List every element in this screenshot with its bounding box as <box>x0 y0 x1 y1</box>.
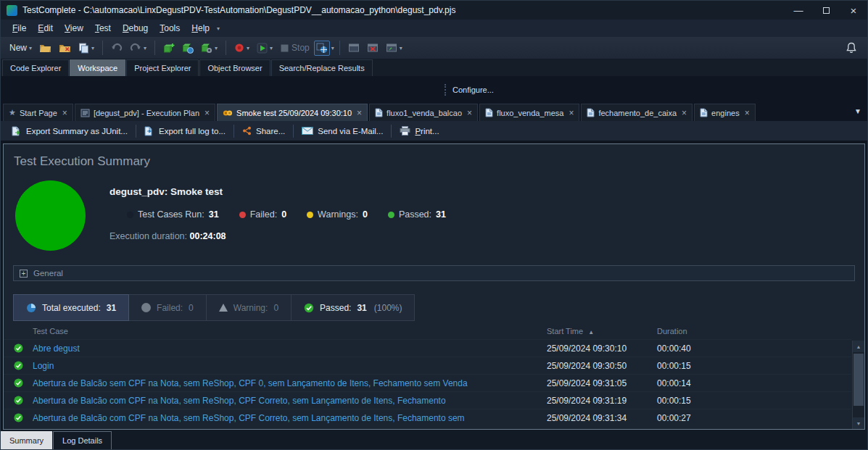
expand-icon[interactable]: + <box>20 270 28 278</box>
close-tab-icon[interactable]: × <box>682 108 687 118</box>
add-existing-item-icon[interactable] <box>179 41 197 56</box>
tab-start-page[interactable]: ★ Start Page × <box>3 104 73 121</box>
menu-file[interactable]: File <box>7 21 32 36</box>
export-full-log-button[interactable]: Export full log to... <box>138 126 232 136</box>
tab-summary[interactable]: Summary <box>1 431 52 449</box>
close-button[interactable]: × <box>840 1 867 20</box>
vertical-scrollbar[interactable]: ▲ ▼ <box>852 341 864 429</box>
menu-debug[interactable]: Debug <box>117 21 154 36</box>
table-row[interactable]: Abertura de Balcão sem CPF na Nota, sem … <box>4 374 851 391</box>
close-project-icon[interactable] <box>56 41 74 55</box>
toolbar-separator <box>391 125 392 138</box>
panel-tab-object-browser[interactable]: Object Browser <box>199 59 270 76</box>
warning-triangle-icon <box>219 304 228 312</box>
test-case-link[interactable]: Abertura de Balcão com CPF na Nota, sem … <box>33 396 547 406</box>
passed-check-icon <box>4 343 33 353</box>
star-icon: ★ <box>9 109 16 117</box>
undo-icon[interactable] <box>108 41 125 56</box>
notifications-bell-icon[interactable] <box>843 40 861 57</box>
toolbar-separator <box>293 125 294 138</box>
menu-view[interactable]: View <box>59 21 89 36</box>
redo-dropdown-icon: ▾ <box>144 45 146 51</box>
menu-tools[interactable]: Tools <box>154 21 186 36</box>
send-email-button[interactable]: Send via E-Mail... <box>295 127 389 136</box>
panel-tab-bar: Code Explorer Workspace Project Explorer… <box>1 59 867 76</box>
column-duration[interactable]: Duration <box>657 327 851 336</box>
test-case-link[interactable]: Abertura de Balcão sem CPF na Nota, sem … <box>33 378 547 388</box>
redo-icon[interactable]: ▾ <box>127 41 149 56</box>
tab-log-details[interactable]: Log Details <box>53 431 112 449</box>
print-button[interactable]: Print... <box>393 126 445 136</box>
warning-bullet-icon <box>307 212 313 218</box>
scroll-up-icon[interactable]: ▲ <box>853 341 864 352</box>
filter-tab-total[interactable]: Total executed: 31 <box>13 294 129 321</box>
panel-tab-search-replace-results[interactable]: Search/Replace Results <box>271 59 373 76</box>
close-tab-icon[interactable]: × <box>357 108 362 118</box>
save-icon[interactable]: ▾ <box>75 41 97 56</box>
table-header: Test Case Start Time ▲ Duration <box>4 323 851 339</box>
main-toolbar: New ▾ ▾ ▾ ▾ <box>1 37 867 59</box>
tab-fluxo-venda-mesa[interactable]: fluxo_venda_mesa × <box>479 104 579 121</box>
sort-ascending-icon: ▲ <box>588 329 594 336</box>
scroll-down-icon[interactable]: ▼ <box>853 417 864 429</box>
run-project-icon[interactable]: ▾ <box>254 41 276 56</box>
table-row[interactable]: Abertura de Balcão com CPF na Nota, sem … <box>4 409 851 426</box>
window-layout-icon[interactable] <box>345 41 363 55</box>
maximize-icon <box>823 7 830 14</box>
column-test-case[interactable]: Test Case <box>33 327 547 336</box>
tab-list-dropdown-icon[interactable]: ▼ <box>854 107 861 115</box>
tab-smoke-test-log[interactable]: Smoke test 25/09/2024 09:30:10 × <box>217 104 368 121</box>
tab-fluxo1-venda-balcao[interactable]: fluxo1_venda_balcao × <box>369 104 478 121</box>
close-tab-icon[interactable]: × <box>467 108 472 118</box>
test-case-link[interactable]: Abertura de Balcão com CPF na Nota, sem … <box>33 413 547 423</box>
scrollbar-thumb[interactable] <box>853 354 864 406</box>
record-test-icon[interactable]: ▾ <box>231 41 252 55</box>
filter-tab-warning[interactable]: Warning: 0 <box>207 294 292 321</box>
stop-button[interactable]: Stop <box>277 41 313 55</box>
close-tab-icon[interactable]: × <box>204 108 210 118</box>
table-row[interactable]: Abertura de Balcão com CPF na Nota, sem … <box>4 391 851 409</box>
panel-tab-code-explorer[interactable]: Code Explorer <box>2 59 69 76</box>
test-case-link[interactable]: Abre degust <box>33 343 547 354</box>
filter-tab-passed[interactable]: Passed: 31 (100%) <box>292 294 415 321</box>
run-selected-test-icon[interactable] <box>314 41 330 56</box>
restore-layout-icon[interactable]: ▾ <box>383 41 405 55</box>
general-section-header[interactable]: + General <box>13 265 855 281</box>
tab-fechamento-de-caixa[interactable]: fechamento_de_caixa × <box>581 104 693 121</box>
share-icon <box>242 126 252 136</box>
tab-engines[interactable]: engines × <box>694 104 756 121</box>
run-selected-dropdown-icon[interactable]: ▾ <box>331 45 334 51</box>
configure-strip: Configure... <box>1 76 867 104</box>
script-icon <box>485 108 493 117</box>
share-button[interactable]: Share... <box>236 126 292 136</box>
toolbar-separator <box>154 41 155 55</box>
panel-tab-workspace[interactable]: Workspace <box>70 59 125 76</box>
toolbar-separator <box>102 41 103 55</box>
export-log-icon <box>144 126 154 136</box>
table-row[interactable]: Login 25/09/2024 09:30:50 00:00:15 <box>4 357 851 374</box>
maximize-button[interactable] <box>812 1 840 20</box>
project-settings-icon[interactable]: ▾ <box>198 41 220 56</box>
column-start-time[interactable]: Start Time ▲ <box>547 327 657 336</box>
close-tab-icon[interactable]: × <box>745 108 750 118</box>
passed-bullet-icon <box>388 212 394 218</box>
close-window-icon[interactable] <box>364 41 381 55</box>
filter-tab-failed[interactable]: Failed: 0 <box>129 294 207 321</box>
add-new-item-icon[interactable] <box>160 41 178 56</box>
close-tab-icon[interactable]: × <box>62 108 67 118</box>
minimize-button[interactable]: — <box>785 1 812 20</box>
test-case-link[interactable]: Login <box>33 361 547 371</box>
table-row[interactable]: Abre degust 25/09/2024 09:30:10 00:00:40 <box>4 339 851 357</box>
menu-test[interactable]: Test <box>89 21 117 36</box>
menu-edit[interactable]: Edit <box>32 21 59 36</box>
close-tab-icon[interactable]: × <box>569 108 574 118</box>
execution-plan-icon <box>80 109 90 117</box>
export-junit-button[interactable]: Export Summary as JUnit... <box>5 126 134 136</box>
new-button[interactable]: New ▾ <box>7 41 35 55</box>
panel-tab-project-explorer[interactable]: Project Explorer <box>126 59 199 76</box>
tab-execution-plan[interactable]: [degust_pdv] - Execution Plan × <box>75 104 215 121</box>
open-project-icon[interactable] <box>36 41 54 55</box>
menu-overflow-chevron-icon[interactable]: ▾ <box>217 25 220 32</box>
menu-help[interactable]: Help <box>186 21 215 36</box>
configure-link[interactable]: Configure... <box>452 86 494 94</box>
